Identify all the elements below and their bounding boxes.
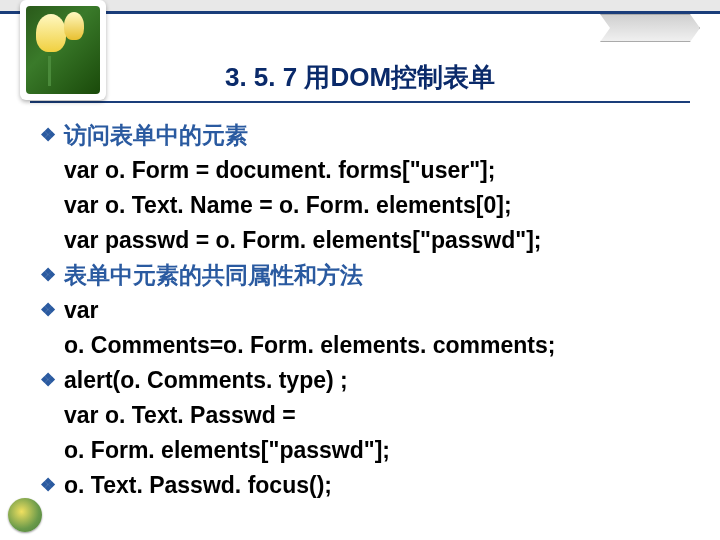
code-line: var o. Text. Name = o. Form. elements[0]… [40,188,690,223]
bullet-item: var [40,293,690,328]
bullet-text: 表单中元素的共同属性和方法 [64,262,363,288]
flower-photo [26,6,100,94]
brace-decoration [600,14,700,42]
flower-icon [64,12,84,40]
code-line: o. Comments=o. Form. elements. comments; [40,328,690,363]
slide-title: 3. 5. 7 用DOM控制表单 [30,60,690,103]
bullet-item: alert(o. Comments. type) ; [40,363,690,398]
code-line: var o. Form = document. forms["user"]; [40,153,690,188]
top-bar [0,0,720,14]
slide-content: 访问表单中的元素 var o. Form = document. forms["… [40,118,690,502]
code-line: var o. Text. Passwd = [40,398,690,433]
photo-frame [20,0,106,100]
flower-icon [36,14,66,52]
stem-icon [48,56,51,86]
bullet-item: 表单中元素的共同属性和方法 [40,258,690,293]
bullet-text: var [64,297,99,323]
bullet-text: o. Text. Passwd. focus(); [64,472,332,498]
bullet-item: 访问表单中的元素 [40,118,690,153]
code-line: o. Form. elements["passwd"]; [40,433,690,468]
bullet-text: 访问表单中的元素 [64,122,248,148]
bullet-item: o. Text. Passwd. focus(); [40,468,690,503]
code-line: var passwd = o. Form. elements["passwd"]… [40,223,690,258]
bullet-text: alert(o. Comments. type) ; [64,367,348,393]
corner-decoration-icon [8,498,42,532]
